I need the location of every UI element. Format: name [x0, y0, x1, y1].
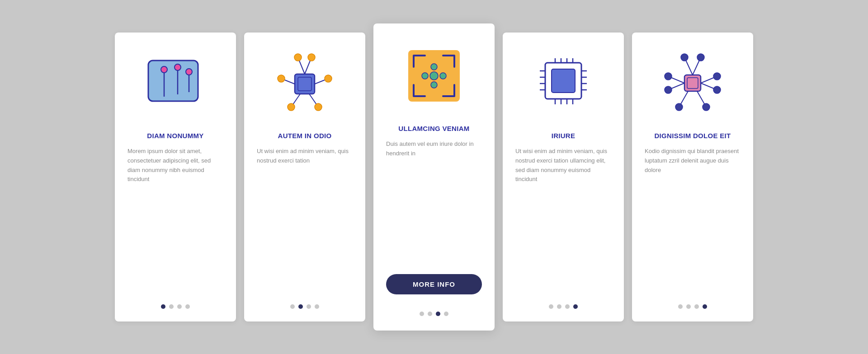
card-4-dots	[549, 304, 578, 309]
dot	[298, 304, 303, 309]
dot	[703, 304, 707, 309]
card-1-icon-area	[139, 47, 212, 119]
card-2-body: Ut wisi enim ad minim veniam, quis nostr…	[257, 147, 353, 296]
card-4-icon-area	[527, 47, 599, 119]
card-5: DIGNISSIM DOLOE EIT Kodio dignissim qui …	[632, 33, 753, 321]
card-3-body: Duis autem vel eum iriure dolor in hendr…	[386, 140, 482, 265]
card-5-body: Kodio dignissim qui blandit praesent lup…	[645, 147, 741, 296]
card-3-title: ULLAMCING VENIAM	[398, 125, 469, 132]
card-5-icon-area	[656, 47, 729, 119]
dot	[161, 304, 165, 309]
processor-network-icon	[273, 49, 336, 117]
circuit-board-icon	[144, 56, 207, 110]
cards-container: DIAM NONUMMY Morem ipsum dolor sit amet,…	[97, 5, 771, 349]
dot	[686, 304, 691, 309]
network-node-icon	[661, 49, 724, 117]
svg-point-61	[713, 86, 721, 93]
dot	[185, 304, 190, 309]
card-3-dots	[420, 312, 448, 316]
card-2-title: AUTEM IN ODIO	[278, 132, 332, 140]
svg-point-5	[161, 66, 167, 73]
svg-point-25	[422, 73, 428, 79]
card-4: IRIURE Ut wisi enim ad minim veniam, qui…	[503, 33, 624, 321]
svg-point-63	[703, 103, 710, 111]
svg-point-24	[431, 82, 437, 88]
more-info-button[interactable]: MORE INFO	[386, 274, 482, 294]
svg-point-58	[665, 73, 672, 80]
card-5-title: DIGNISSIM DOLOE EIT	[654, 132, 731, 140]
card-2-dots	[290, 304, 319, 309]
svg-point-60	[665, 86, 672, 93]
card-5-dots	[678, 304, 707, 309]
svg-rect-0	[148, 61, 198, 101]
dot	[315, 304, 319, 309]
svg-point-20	[288, 103, 295, 111]
cpu-chip-icon	[532, 54, 595, 112]
card-3-icon-area	[398, 40, 470, 112]
svg-point-56	[681, 54, 688, 61]
dot	[549, 304, 553, 309]
svg-point-19	[325, 75, 332, 82]
dot	[678, 304, 683, 309]
svg-point-23	[431, 64, 437, 70]
svg-point-16	[294, 54, 302, 61]
svg-point-17	[308, 54, 315, 61]
card-1-body: Morem ipsum dolor sit amet, consectetuer…	[127, 147, 223, 296]
dot	[290, 304, 295, 309]
svg-point-27	[430, 72, 438, 80]
dot	[444, 312, 448, 316]
card-4-title: IRIURE	[552, 132, 576, 140]
svg-point-6	[175, 64, 181, 70]
dot	[428, 312, 432, 316]
card-1: DIAM NONUMMY Morem ipsum dolor sit amet,…	[115, 33, 236, 321]
svg-point-7	[186, 69, 192, 75]
svg-point-21	[315, 103, 322, 111]
dot	[557, 304, 561, 309]
card-1-dots	[161, 304, 190, 309]
dot	[694, 304, 699, 309]
card-1-title: DIAM NONUMMY	[147, 132, 203, 140]
svg-point-59	[713, 73, 721, 80]
dot	[177, 304, 182, 309]
dot	[573, 304, 578, 309]
card-3: ULLAMCING VENIAM Duis autem vel eum iriu…	[373, 23, 495, 331]
svg-point-57	[697, 54, 704, 61]
card-4-body: Ut wisi enim ad minim veniam, quis nostr…	[515, 147, 611, 296]
card-2-icon-area	[269, 47, 341, 119]
dot	[420, 312, 424, 316]
svg-point-62	[675, 103, 683, 111]
svg-point-26	[440, 73, 446, 79]
dot	[436, 312, 440, 316]
dot	[169, 304, 174, 309]
chip-scan-icon	[400, 42, 468, 110]
svg-rect-29	[552, 69, 575, 93]
dot	[307, 304, 311, 309]
svg-point-18	[278, 75, 285, 82]
dot	[565, 304, 570, 309]
card-2: AUTEM IN ODIO Ut wisi enim ad minim veni…	[244, 33, 365, 321]
